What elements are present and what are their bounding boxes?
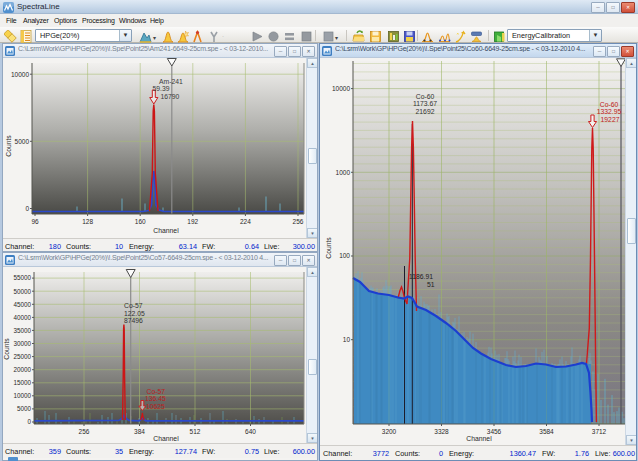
svg-text:1186.91: 1186.91 (409, 273, 433, 280)
svg-text:3328: 3328 (434, 428, 449, 435)
svg-text:Co-60: Co-60 (600, 101, 619, 108)
svg-text:1173.67: 1173.67 (413, 100, 437, 107)
svg-text:224: 224 (240, 218, 251, 225)
svg-text:Counts: Counts (325, 237, 332, 259)
svg-text:Counts: Counts (5, 135, 12, 157)
svg-text:3584: 3584 (539, 428, 554, 435)
svg-text:Co-57: Co-57 (147, 388, 166, 395)
svg-text:21692: 21692 (416, 108, 435, 115)
svg-text:3712: 3712 (592, 428, 607, 435)
svg-text:50000: 50000 (13, 288, 31, 295)
svg-text:55000: 55000 (13, 274, 31, 281)
svg-text:96: 96 (31, 218, 39, 225)
svg-text:10000: 10000 (332, 85, 350, 92)
svg-text:384: 384 (134, 428, 145, 435)
svg-text:5000: 5000 (15, 138, 30, 145)
svg-text:5000: 5000 (17, 405, 32, 412)
svg-text:10000: 10000 (13, 392, 31, 399)
svg-text:10: 10 (343, 336, 351, 343)
svg-text:3456: 3456 (487, 428, 502, 435)
svg-text:Co-60: Co-60 (416, 93, 435, 100)
svg-text:640: 640 (245, 428, 256, 435)
svg-text:256: 256 (79, 428, 90, 435)
svg-text:1332.95: 1332.95 (597, 108, 622, 115)
svg-text:25000: 25000 (13, 353, 31, 360)
svg-text:136.45: 136.45 (145, 395, 166, 402)
svg-text:51: 51 (427, 281, 435, 288)
svg-text:45000: 45000 (13, 301, 31, 308)
svg-text:30000: 30000 (13, 340, 31, 347)
svg-text:10625: 10625 (146, 403, 165, 410)
svg-text:Channel: Channel (153, 227, 179, 234)
svg-text:192: 192 (187, 218, 198, 225)
svg-text:15000: 15000 (13, 379, 31, 386)
svg-text:20000: 20000 (13, 366, 31, 373)
svg-text:Am-241: Am-241 (159, 78, 183, 85)
svg-text:1000: 1000 (336, 169, 351, 176)
svg-text:122.05: 122.05 (124, 310, 145, 317)
svg-text:Counts: Counts (3, 338, 10, 360)
svg-text:0: 0 (27, 418, 31, 425)
svg-text:35000: 35000 (13, 327, 31, 334)
svg-text:19227: 19227 (601, 116, 620, 123)
svg-text:59.39: 59.39 (153, 85, 170, 92)
svg-text:128: 128 (82, 218, 93, 225)
svg-text:16790: 16790 (161, 93, 180, 100)
svg-text:10000: 10000 (11, 71, 29, 78)
svg-text:Channel: Channel (466, 435, 492, 442)
svg-text:87496: 87496 (124, 317, 143, 324)
svg-text:0: 0 (25, 205, 29, 212)
svg-text:100: 100 (339, 252, 350, 259)
svg-text:160: 160 (135, 218, 146, 225)
svg-text:40000: 40000 (13, 314, 31, 321)
svg-text:256: 256 (293, 218, 304, 225)
svg-text:512: 512 (190, 428, 201, 435)
svg-text:Channel: Channel (153, 435, 179, 442)
svg-text:Co-57: Co-57 (124, 302, 143, 309)
svg-text:3200: 3200 (382, 428, 397, 435)
